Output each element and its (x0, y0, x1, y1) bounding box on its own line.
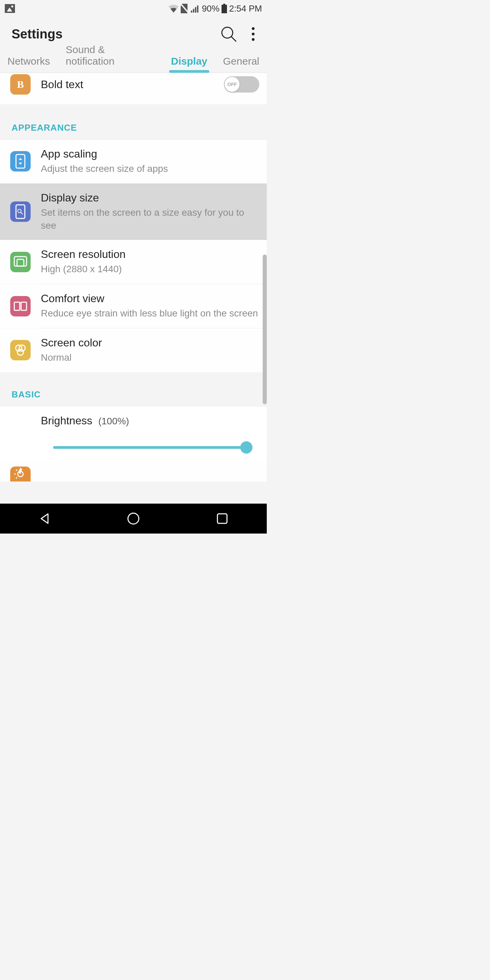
battery-icon (221, 4, 227, 13)
svg-line-11 (231, 37, 236, 41)
setting-screen-resolution[interactable]: Screen resolution High (2880 x 1440) (0, 240, 267, 284)
search-icon[interactable] (220, 25, 237, 43)
svg-line-31 (16, 477, 17, 479)
svg-rect-16 (16, 205, 25, 218)
display-size-subtitle: Set items on the screen to a size easy f… (41, 206, 259, 232)
display-size-title: Display size (41, 192, 259, 204)
svg-rect-4 (191, 11, 192, 13)
setting-display-size[interactable]: Display size Set items on the screen to … (0, 183, 267, 240)
setting-partial-next[interactable] (0, 462, 267, 482)
app-scaling-title: App scaling (41, 148, 259, 160)
slider-track (53, 446, 253, 449)
bold-text-toggle[interactable]: OFF (224, 76, 259, 92)
section-basic: BASIC (0, 372, 267, 406)
svg-point-12 (252, 27, 255, 30)
screen-resolution-title: Screen resolution (41, 248, 259, 261)
app-scaling-icon (10, 151, 30, 172)
setting-comfort-view[interactable]: Comfort view Reduce eye strain with less… (0, 284, 267, 328)
navigation-bar (0, 504, 267, 533)
display-size-icon (10, 202, 30, 222)
app-scaling-subtitle: Adjust the screen size of apps (41, 162, 259, 175)
bold-text-label: Bold text (41, 78, 214, 91)
svg-rect-19 (14, 256, 27, 266)
svg-rect-21 (14, 302, 20, 310)
setting-brightness: Brightness (100%) (0, 406, 267, 462)
svg-point-13 (252, 33, 255, 35)
svg-rect-9 (221, 5, 227, 13)
setting-bold-text[interactable]: B Bold text OFF (0, 73, 267, 104)
gallery-notification-icon (5, 4, 15, 13)
status-bar: 90% 2:54 PM (0, 0, 267, 17)
overflow-menu-icon[interactable] (251, 27, 255, 41)
svg-point-10 (222, 27, 233, 38)
brightness-label: Brightness (41, 414, 92, 427)
nav-home-button[interactable] (127, 512, 140, 525)
setting-screen-color[interactable]: Screen color Normal (0, 328, 267, 372)
comfort-view-subtitle: Reduce eye strain with less blue light o… (41, 307, 259, 320)
svg-rect-15 (16, 154, 25, 168)
tab-sound-notification[interactable]: Sound & notification (66, 44, 156, 73)
brightness-title: Brightness (100%) (41, 414, 256, 427)
tab-display[interactable]: Display (171, 56, 208, 73)
svg-rect-8 (223, 4, 225, 5)
svg-point-2 (11, 5, 13, 8)
svg-rect-6 (195, 7, 196, 13)
scrollbar[interactable] (263, 255, 267, 404)
screen-color-title: Screen color (41, 337, 259, 349)
clock-text: 2:54 PM (229, 3, 262, 14)
auto-brightness-icon (10, 466, 30, 482)
no-sim-icon (181, 4, 189, 13)
svg-point-14 (252, 38, 255, 41)
comfort-view-icon (10, 296, 30, 317)
svg-line-18 (21, 212, 23, 215)
svg-rect-7 (197, 5, 198, 13)
screen-color-subtitle: Normal (41, 351, 259, 364)
battery-percent-text: 90% (202, 3, 220, 14)
svg-point-17 (18, 209, 21, 213)
screen-resolution-subtitle: High (2880 x 1440) (41, 263, 259, 275)
tab-networks[interactable]: Networks (8, 56, 50, 73)
svg-line-30 (16, 469, 17, 471)
setting-app-scaling[interactable]: App scaling Adjust the screen size of ap… (0, 140, 267, 183)
svg-rect-20 (17, 259, 24, 266)
slider-thumb[interactable] (240, 441, 253, 453)
bold-text-icon: B (10, 74, 30, 95)
svg-rect-33 (218, 514, 227, 523)
screen-color-icon (10, 340, 30, 360)
section-appearance: APPEARANCE (0, 104, 267, 140)
toggle-off-label: OFF (224, 77, 240, 92)
nav-back-button[interactable] (38, 512, 51, 525)
svg-rect-22 (21, 302, 27, 310)
svg-rect-5 (193, 9, 194, 13)
signal-icon (191, 5, 200, 13)
svg-point-32 (128, 513, 139, 524)
wifi-icon (169, 5, 179, 13)
comfort-view-title: Comfort view (41, 292, 259, 305)
page-title: Settings (11, 27, 63, 41)
nav-recents-button[interactable] (215, 512, 229, 525)
tab-general[interactable]: General (223, 56, 259, 73)
brightness-percent: (100%) (98, 416, 129, 426)
screen-resolution-icon (10, 252, 30, 272)
settings-tabs: Networks Sound & notification Display Ge… (0, 51, 267, 73)
brightness-slider[interactable] (53, 441, 253, 453)
